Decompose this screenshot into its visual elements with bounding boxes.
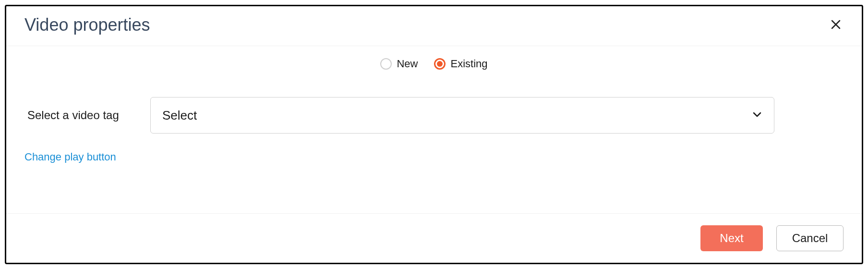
cancel-button[interactable]: Cancel	[776, 225, 844, 251]
select-value: Select	[162, 108, 197, 123]
radio-inner-dot	[437, 61, 443, 67]
video-tag-select-wrapper: Select	[150, 97, 774, 134]
radio-existing[interactable]: Existing	[434, 58, 487, 70]
next-button[interactable]: Next	[700, 225, 763, 251]
close-button[interactable]	[828, 17, 844, 34]
video-tag-select[interactable]: Select	[150, 97, 774, 134]
select-tag-label: Select a video tag	[24, 109, 128, 122]
select-tag-row: Select a video tag Select	[24, 97, 844, 134]
radio-existing-label: Existing	[450, 58, 487, 70]
radio-icon-checked	[434, 58, 446, 70]
radio-group: New Existing	[24, 58, 844, 70]
radio-icon-unchecked	[380, 58, 392, 70]
radio-new-label: New	[397, 58, 418, 70]
dialog-footer: Next Cancel	[6, 213, 862, 263]
dialog-title: Video properties	[24, 15, 150, 35]
change-play-button-link[interactable]: Change play button	[24, 151, 116, 163]
radio-new[interactable]: New	[380, 58, 418, 70]
dialog-body: New Existing Select a video tag Select	[6, 46, 862, 213]
close-icon	[830, 19, 842, 32]
video-properties-dialog: Video properties New Existing	[5, 5, 863, 264]
dialog-header: Video properties	[6, 6, 862, 46]
